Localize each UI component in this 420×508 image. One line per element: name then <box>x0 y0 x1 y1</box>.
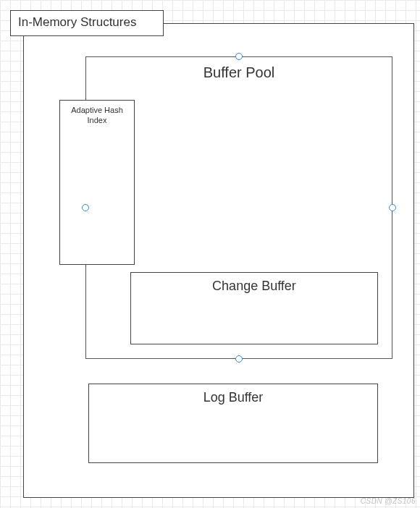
selection-handle-bottom[interactable] <box>235 355 243 363</box>
diagram-canvas[interactable]: In-Memory Structures Buffer Pool Adaptiv… <box>0 0 420 508</box>
selection-handle-right[interactable] <box>389 204 396 211</box>
box-change-buffer[interactable]: Change Buffer <box>130 272 378 344</box>
group-title-box[interactable]: In-Memory Structures <box>10 10 164 36</box>
selection-handle-top[interactable] <box>235 53 243 60</box>
log-buffer-label: Log Buffer <box>89 384 377 405</box>
box-adaptive-hash-index[interactable]: Adaptive HashIndex <box>59 100 135 265</box>
box-log-buffer[interactable]: Log Buffer <box>88 384 378 463</box>
watermark-text: CSDN @ZS106 <box>361 497 416 505</box>
buffer-pool-label: Buffer Pool <box>86 57 392 81</box>
adaptive-hash-label: Adaptive HashIndex <box>60 101 134 126</box>
group-title-label: In-Memory Structures <box>11 11 163 34</box>
selection-handle-left[interactable] <box>82 204 89 211</box>
change-buffer-label: Change Buffer <box>131 273 377 294</box>
